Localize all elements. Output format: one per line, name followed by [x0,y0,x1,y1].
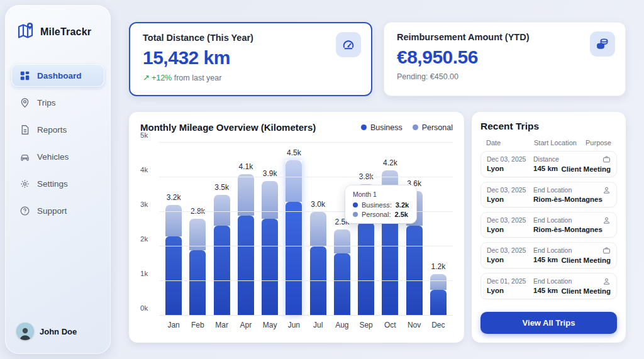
bar-value-label: 4.5k [287,148,301,157]
briefcase-icon [602,246,611,255]
sidebar-item-reports[interactable]: Reports [11,118,104,141]
trip-value: Client Meeting [561,165,611,173]
car-icon [19,151,30,162]
trip-value: Lyon [487,196,533,203]
x-tick-label: Oct [378,321,402,329]
business-dot-icon [353,202,358,207]
bar-value-label: 3.0k [311,200,325,209]
sidebar-item-label: Support [37,206,67,216]
trend-up-icon: ↗ [143,73,150,82]
bar-jan[interactable]: 3.2k [162,143,186,316]
sidebar-item-label: Trips [37,98,56,108]
gridline [159,280,453,281]
bar-value-label: 3.5k [214,183,229,192]
trip-row[interactable]: Dec 01, 2025LyonEnd Location145 kmClient… [480,273,617,299]
reimbursement-pending: Pending: €450.00 [397,72,613,81]
bar-value-label: 1.2k [431,262,446,271]
bar-value-label: 4.2k [383,158,397,167]
trip-row[interactable]: Dec 03, 2025LyonDistance145 kmClient Mee… [480,151,617,177]
bar-value-label: 3.2k [167,193,181,202]
business-segment [358,223,374,316]
sidebar-item-support[interactable]: Support [11,199,104,222]
bar-jun[interactable]: 4.5k [282,143,306,316]
map-pin-icon [19,97,30,108]
tooltip-personal-row: Personal: 2.5k [353,211,409,218]
person-icon [602,216,611,224]
bar-mar[interactable]: 3.5k [210,143,234,316]
y-tick-label: 1k [140,270,148,277]
gear-icon [19,178,30,189]
trip-row[interactable]: Dec 03, 2025LyonEnd Location145 kmClient… [480,242,617,268]
x-tick-label: Mar [210,321,234,329]
reimbursement-card: Reimbursement Amount (YTD) €8,950.56 Pen… [384,22,626,96]
mileage-chart-card: Monthly Mileage Overview (Kilometers) Bu… [129,112,464,343]
bar-apr[interactable]: 4.1k [234,143,258,316]
total-distance-card: Total Distance (This Year) 15,432 km ↗+1… [129,22,372,96]
business-segment [165,236,182,316]
trip-value: Lyon [487,165,533,172]
y-tick-label: 5k [140,131,148,139]
trip-value: Client Meeting [561,257,611,264]
legend-personal[interactable]: Personal [413,123,453,132]
reimbursement-title: Reimbursement Amount (YTD) [397,32,613,42]
bar-value-label: 4.1k [239,162,253,171]
trip-sublabel: Dec 01, 2025 [487,277,533,285]
bar-oct[interactable]: 4.2k [378,143,402,316]
question-icon [19,205,30,216]
bar-dec[interactable]: 1.2k [426,143,450,316]
user-name: John Doe [40,327,77,336]
trip-value: Lyon [487,226,533,233]
bar-may[interactable]: 3.9k [258,143,282,316]
y-tick-label: 2k [140,235,148,243]
user-profile[interactable]: John Doe [16,323,77,340]
total-distance-value: 15,432 km [143,47,358,69]
legend-business[interactable]: Business [361,123,402,132]
trip-value: 145 km [533,256,561,263]
sidebar-item-label: Dashboard [37,71,82,80]
trip-row[interactable]: Dec 03, 2025LyonEnd LocationRiom-ès-Mont… [480,212,617,238]
personal-segment [262,181,278,219]
trip-value: Lyon [487,287,533,294]
speedometer-icon [336,32,361,57]
trip-sublabel: Dec 03, 2025 [487,216,533,224]
personal-dot-icon [353,212,358,217]
bar-aug[interactable]: 2.5k [330,143,354,316]
gridline [159,246,453,246]
y-tick-label: 4k [140,166,148,174]
trips-column-headers: Date Start Location Purpose [480,139,617,146]
reimbursement-value: €8,950.56 [397,47,613,68]
x-tick-label: Jun [282,321,306,329]
bar-sep[interactable]: 3.8k [354,143,378,316]
sidebar-item-settings[interactable]: Settings [11,172,104,195]
sidebar-item-trips[interactable]: Trips [11,91,104,114]
personal-segment [286,160,302,202]
trip-sublabel: Dec 03, 2025 [487,155,533,163]
business-segment [430,290,447,316]
recent-trips-title: Recent Trips [480,121,617,132]
trip-row[interactable]: Dec 03, 2025LyonEnd LocationRiom-ès-Mont… [480,182,617,207]
trip-sublabel: Dec 03, 2025 [487,186,533,194]
chart-plot: 3.2k2.8k3.5k4.1k3.9k4.5k3.0k2.5k3.8k4.2k… [159,143,453,316]
x-tick-label: Feb [186,321,209,329]
x-tick-label: Aug [330,321,354,329]
x-tick-label: Jan [162,321,186,329]
business-segment [310,246,326,316]
dashboard-grid-icon [19,70,30,81]
trip-value: 145 km [533,287,561,294]
personal-segment [165,205,182,236]
recent-trips-panel: Recent Trips Date Start Location Purpose… [472,112,626,343]
sidebar-item-dashboard[interactable]: Dashboard [11,64,104,87]
bar-jul[interactable]: 3.0k [306,143,330,316]
trip-sublabel: End Location [533,186,602,194]
view-all-trips-button[interactable]: View All Trips [480,312,617,334]
briefcase-icon [602,155,611,163]
sidebar-item-label: Vehicles [37,152,69,162]
app-title: MileTrackr [40,26,91,38]
app-logo: MileTrackr [5,5,111,43]
bar-nov[interactable]: 3.6k [402,143,426,316]
business-segment [286,202,302,316]
bar-feb[interactable]: 2.8k [186,143,209,316]
business-segment [238,216,254,316]
sidebar-item-vehicles[interactable]: Vehicles [11,145,104,168]
y-tick-label: 3k [140,201,148,208]
